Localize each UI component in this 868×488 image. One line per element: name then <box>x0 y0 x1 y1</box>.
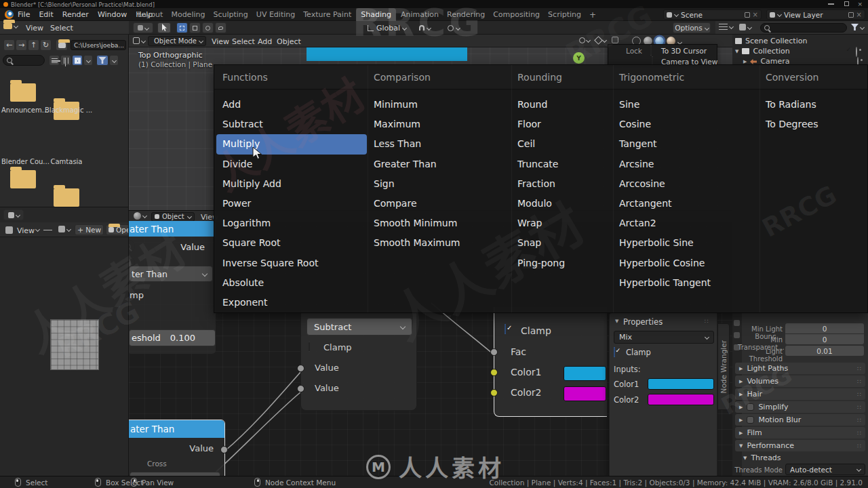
tab-compositing[interactable]: Compositing <box>490 8 543 21</box>
menu-item[interactable]: Logarithm <box>216 214 367 233</box>
menu-item[interactable]: Arccosine <box>613 174 760 194</box>
viewport-select-menu[interactable]: Select <box>232 37 255 46</box>
close-button[interactable]: × <box>857 1 863 7</box>
blender-app-icon[interactable] <box>5 10 14 19</box>
menu-item[interactable]: Sine <box>613 95 760 115</box>
add-workspace-button[interactable]: + <box>586 9 599 21</box>
section-performance[interactable]: ▼ Performance ∷ <box>735 440 865 451</box>
file-browser-view-menu[interactable]: View <box>26 24 43 33</box>
menu-item[interactable]: Smooth Minimum <box>368 214 507 233</box>
tab-rendering[interactable]: Rendering <box>443 8 488 21</box>
simplify-checkbox[interactable] <box>747 403 754 411</box>
node-header[interactable]: ater Than <box>129 221 216 237</box>
new-scene-icon[interactable] <box>745 12 750 18</box>
file-browser-select-menu[interactable]: Select <box>50 24 73 33</box>
menu-item[interactable]: Ping-pong <box>511 253 613 273</box>
outliner-search-input[interactable] <box>760 23 847 33</box>
close-scene-icon[interactable]: × <box>753 11 758 18</box>
clamp-checkbox[interactable] <box>309 342 310 352</box>
output-socket[interactable] <box>220 446 228 453</box>
menu-item[interactable]: Modulo <box>511 194 613 214</box>
display-size-dropdown[interactable] <box>83 55 93 66</box>
section-light-paths[interactable]: ▶ Light Paths ∷ <box>735 363 865 374</box>
input-socket[interactable] <box>490 369 498 376</box>
menu-item[interactable]: Divide <box>216 155 367 174</box>
menu-item[interactable]: Hyperbolic Cosine <box>613 253 760 273</box>
editor-type-button[interactable] <box>133 37 145 44</box>
section-hair[interactable]: ▶ Hair ∷ <box>735 388 865 400</box>
menu-item[interactable]: Wrap <box>511 214 613 233</box>
tab-layout[interactable]: Layout <box>134 8 166 21</box>
proportional-edit-dropdown[interactable] <box>448 22 460 33</box>
color1-swatch[interactable] <box>564 366 606 381</box>
menu-item-highlighted[interactable]: Multiply <box>216 134 367 154</box>
menu-item[interactable]: Multiply Add <box>216 174 367 194</box>
menu-item[interactable]: Arcsine <box>613 155 760 174</box>
menu-item[interactable]: Arctan2 <box>613 214 760 233</box>
menu-item[interactable]: Round <box>511 95 613 115</box>
snap-dropdown[interactable] <box>419 22 431 33</box>
select-mode-circle-button[interactable] <box>202 22 214 33</box>
node-greater-than-bottom[interactable]: ater Than Value Cross ter Than <box>129 420 225 476</box>
section-film[interactable]: ▶ Film ∷ <box>735 427 865 439</box>
menu-item[interactable]: Arctangent <box>613 194 760 214</box>
menu-item[interactable]: Inverse Square Root <box>216 253 367 273</box>
node-operation-dropdown[interactable]: Subtract <box>307 318 412 336</box>
display-thumbnails-button[interactable] <box>72 55 83 66</box>
node-operation-dropdown[interactable]: ter Than <box>129 266 213 282</box>
menu-item[interactable]: Maximum <box>368 115 507 134</box>
input-socket[interactable] <box>297 385 304 392</box>
clamp-checkbox[interactable] <box>614 347 615 357</box>
filter-options-dropdown[interactable] <box>109 55 119 66</box>
section-simplify[interactable]: ▶ Simplify ∷ <box>735 401 865 413</box>
image-browse-dropdown[interactable] <box>58 226 71 232</box>
outliner-row-collection[interactable]: ▼ Collection <box>735 47 790 56</box>
new-image-button[interactable]: + New <box>75 224 104 235</box>
menu-item[interactable]: Truncate <box>511 155 613 174</box>
menu-item[interactable]: Less Than <box>368 134 507 154</box>
node-mix[interactable]: Clamp Fac Color1 Color2 <box>494 307 607 417</box>
show-gizmo-dropdown[interactable] <box>579 37 590 43</box>
close-view-layer-icon[interactable]: × <box>856 11 862 18</box>
node-header[interactable]: ater Than <box>129 420 224 438</box>
node-greater-than-top[interactable]: ater Than Value ter Than mp eshold 0.100 <box>129 221 216 354</box>
motion-blur-checkbox[interactable] <box>747 416 754 424</box>
menu-item[interactable]: Absolute <box>216 273 367 293</box>
view-layer-selector[interactable]: View Layer × <box>766 9 865 20</box>
open-image-button[interactable]: Open <box>106 224 129 235</box>
threads-mode-dropdown[interactable]: Auto-detect <box>785 464 865 475</box>
scene-selector[interactable]: Scene × <box>663 9 762 20</box>
xray-toggle[interactable] <box>612 37 618 43</box>
nav-forward-button[interactable]: → <box>16 39 27 51</box>
shader-type-dropdown[interactable]: Object <box>151 212 195 222</box>
menu-item[interactable]: Subtract <box>216 115 367 134</box>
panel-drag-dots-icon[interactable]: ∷ <box>705 318 709 325</box>
nav-refresh-button[interactable]: ↻ <box>40 39 52 51</box>
menu-item[interactable]: Smooth Maximum <box>368 233 507 253</box>
menu-item[interactable]: Cosine <box>613 115 760 134</box>
input-socket[interactable] <box>490 348 498 356</box>
menu-item[interactable]: To Degrees <box>760 115 867 134</box>
color2-swatch[interactable] <box>564 386 606 401</box>
tab-sculpting[interactable]: Sculpting <box>210 8 251 21</box>
menu-item[interactable]: Add <box>216 95 367 115</box>
axis-gizmo-y[interactable]: Y <box>573 52 585 64</box>
menu-item[interactable]: To Radians <box>760 95 867 115</box>
field-value[interactable]: 0 <box>785 323 864 333</box>
menu-item[interactable]: Sign <box>368 174 507 194</box>
collapse-triangle-icon[interactable]: ▶ <box>743 59 747 64</box>
menu-item[interactable]: Tangent <box>613 134 760 154</box>
menu-item[interactable]: Compare <box>368 194 507 214</box>
menu-item[interactable]: Greater Than <box>368 155 507 174</box>
subsection-threads[interactable]: ▼ Threads <box>743 453 781 462</box>
outliner-display-mode-dropdown[interactable] <box>719 24 733 30</box>
panel-expand-icon[interactable]: ▼ <box>615 319 618 324</box>
node-threshold-field[interactable]: eshold 0.100 <box>129 329 216 346</box>
tab-modeling[interactable]: Modeling <box>167 8 208 21</box>
file-search-input[interactable] <box>3 55 45 66</box>
tab-shading[interactable]: Shading <box>356 8 396 21</box>
input-socket[interactable] <box>297 365 304 372</box>
color1-swatch[interactable] <box>648 378 714 390</box>
section-motion-blur[interactable]: ▶ Motion Blur ∷ <box>735 414 865 426</box>
viewport-add-menu[interactable]: Add <box>258 37 272 46</box>
